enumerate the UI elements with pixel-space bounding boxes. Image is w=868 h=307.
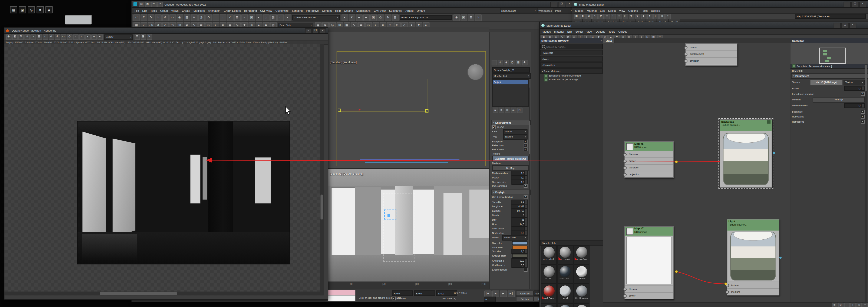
param-texture-combo[interactable]: Texture bbox=[843, 80, 865, 85]
window-button[interactable]: – bbox=[834, 22, 841, 28]
slot-socket[interactable] bbox=[684, 53, 688, 56]
octane-toolbar-icon[interactable]: ✕ bbox=[147, 34, 152, 40]
menu-item[interactable]: Tools bbox=[607, 30, 617, 33]
octane-toolbar-icon[interactable]: ▦ bbox=[36, 34, 42, 40]
model-combo[interactable]: Hosek-Wie bbox=[502, 235, 528, 240]
sample-slot[interactable]: 15 - Glossy... bbox=[557, 303, 573, 307]
node-light[interactable]: LightTexture environ... texturemedium bbox=[727, 219, 779, 296]
toolbar-icon[interactable]: ⇄ bbox=[133, 14, 140, 21]
project-combo[interactable]: pauls.backUp bbox=[500, 8, 537, 13]
scrollbar-thumb[interactable] bbox=[529, 121, 530, 154]
toolbar-icon[interactable]: ◇ bbox=[263, 14, 269, 21]
toolbar-icon[interactable]: ▭ bbox=[169, 14, 176, 21]
param-radius-field[interactable]: 1,0 bbox=[844, 103, 865, 108]
workspace-combo[interactable]: Pauls bbox=[554, 8, 574, 13]
desktop-icon[interactable]: ◉ bbox=[45, 6, 53, 13]
node-collapse-icon[interactable]: ‒ bbox=[767, 120, 771, 124]
menu-item[interactable]: Utilities bbox=[649, 9, 662, 12]
material-node-partial[interactable]: normaldisplacementemission bbox=[685, 43, 737, 66]
importance-sampling-checkbox[interactable] bbox=[524, 184, 528, 188]
enabled-checkbox[interactable] bbox=[392, 297, 396, 300]
coordinate-field[interactable]: Y:0,0 bbox=[414, 290, 435, 296]
toolbar-icon[interactable]: ⊕ bbox=[635, 13, 640, 19]
octane-toolbar-icon[interactable]: ⟲ bbox=[24, 34, 30, 40]
param-flag-checkbox[interactable] bbox=[861, 115, 865, 118]
sample-slot[interactable]: Metal bbox=[557, 284, 573, 303]
param-texture-button[interactable]: Map #5 [RGB image] bbox=[810, 80, 843, 85]
menu-item[interactable]: Modifiers bbox=[192, 9, 206, 12]
menu-item[interactable]: Umark bbox=[415, 9, 427, 12]
transport-button[interactable]: ◄ bbox=[492, 290, 499, 297]
selected-helper[interactable] bbox=[388, 214, 390, 217]
toolbar-icon[interactable]: ◉ bbox=[453, 14, 460, 21]
octane-toolbar-icon[interactable]: ⊟ bbox=[134, 34, 140, 40]
command-panel-tab-icon[interactable]: ◎ bbox=[497, 60, 503, 65]
window-button[interactable]: ✕ bbox=[859, 1, 866, 7]
ground-color-swatch[interactable] bbox=[512, 254, 528, 258]
octane-toolbar-icon[interactable]: ∿ bbox=[30, 34, 36, 40]
menu-item[interactable]: Graph Editors bbox=[222, 9, 243, 12]
maxscript-mini-listener-white[interactable] bbox=[328, 296, 355, 301]
toolbar-icon[interactable]: ◉ bbox=[580, 13, 586, 19]
slot-socket[interactable] bbox=[623, 294, 627, 298]
toolbar-icon[interactable]: ▣ bbox=[248, 14, 255, 21]
node-header[interactable]: Map #7RGB image bbox=[625, 227, 673, 235]
toolbar-icon[interactable]: ▼ bbox=[647, 13, 652, 19]
toolbar-icon[interactable]: ∿ bbox=[155, 14, 161, 21]
window-button[interactable]: — bbox=[550, 1, 557, 7]
menu-item[interactable]: Help bbox=[333, 9, 342, 12]
menu-item[interactable]: Modes bbox=[574, 9, 585, 12]
toolbar-icon[interactable]: ▲ bbox=[641, 13, 646, 19]
gizmo-x-axis[interactable] bbox=[340, 110, 359, 110]
window-button[interactable]: ❐ bbox=[841, 22, 849, 28]
toolbar-icon[interactable]: ○ bbox=[277, 14, 284, 21]
menu-item[interactable]: Create bbox=[180, 9, 192, 12]
command-panel-tab-icon[interactable]: + bbox=[491, 60, 497, 65]
daylight-rollout[interactable]: Daylight bbox=[491, 190, 531, 195]
node-header[interactable]: Map #5RGB image bbox=[625, 142, 673, 150]
slot-socket[interactable] bbox=[726, 290, 729, 294]
toolbar-icon[interactable]: ↕ bbox=[219, 14, 226, 21]
command-panel-tab-icon[interactable]: ▢ bbox=[509, 60, 515, 65]
toolbar-icon[interactable]: ► bbox=[363, 14, 369, 21]
sample-slot[interactable]: 03 - Default bbox=[574, 245, 590, 264]
menu-item[interactable]: Octane bbox=[342, 9, 355, 12]
toolbar-icon[interactable]: ↔ bbox=[212, 14, 219, 21]
toolbar-icon[interactable]: ▦ bbox=[184, 14, 190, 21]
menu-item[interactable]: Edit bbox=[566, 30, 574, 33]
toolbar-icon[interactable]: ◐ bbox=[610, 13, 616, 19]
toolbar-icon[interactable]: ○ bbox=[665, 13, 671, 19]
quick-access-icon[interactable]: ▤ bbox=[138, 1, 144, 7]
node-slot[interactable]: displacement bbox=[686, 51, 737, 57]
toolbar-icon[interactable]: ▣ bbox=[460, 14, 467, 21]
toolbar-icon[interactable]: ✚ bbox=[191, 14, 197, 21]
menu-item[interactable]: Customize bbox=[274, 9, 290, 12]
window-button[interactable]: ❐ bbox=[851, 1, 859, 7]
command-panel-tab-icon[interactable]: ✱ bbox=[522, 60, 527, 65]
node-slot[interactable]: power bbox=[625, 157, 673, 164]
octane-toolbar-icon[interactable]: ▭ bbox=[61, 34, 66, 40]
octane-toolbar-icon[interactable]: ◐ bbox=[42, 34, 48, 40]
render-pass-combo[interactable]: Beauty bbox=[104, 34, 133, 40]
sample-slot[interactable]: Ceramic bbox=[574, 264, 590, 283]
toolbar-icon[interactable]: ≡ bbox=[241, 14, 248, 21]
node-header[interactable]: LightTexture environ... bbox=[727, 220, 779, 231]
viewport-bottom-label[interactable]: [Standard] [Default Shading] bbox=[330, 172, 364, 175]
node-map5[interactable]: Map #5RGB image filenamepowertransformpr… bbox=[624, 141, 674, 177]
sample-slot[interactable]: 04 - D... bbox=[541, 264, 557, 283]
desktop-icon[interactable]: ≡ bbox=[37, 6, 44, 13]
octane-toolbar-icon[interactable]: ▣ bbox=[12, 34, 18, 40]
view-nav-icon[interactable]: ↔ bbox=[844, 302, 849, 307]
modifier-list-combo[interactable]: Modifier List bbox=[492, 73, 531, 79]
octane-toolbar-icon[interactable]: ▲ bbox=[85, 34, 91, 40]
sample-slot[interactable]: 14 - Polishe... bbox=[541, 303, 557, 307]
menu-item[interactable]: Content bbox=[320, 9, 333, 12]
toolbar-icon[interactable]: ⟲ bbox=[205, 14, 212, 21]
node-slot[interactable]: power bbox=[625, 292, 673, 299]
toggle-checkbox[interactable] bbox=[524, 140, 528, 143]
menu-item[interactable]: Modes bbox=[541, 30, 553, 33]
octane-toolbar-icon[interactable]: ⊞ bbox=[18, 34, 24, 40]
toolbar-icon[interactable]: ▨ bbox=[659, 13, 664, 19]
transport-button[interactable]: |◄ bbox=[484, 290, 491, 297]
enable-texture-checkbox[interactable] bbox=[524, 268, 528, 272]
